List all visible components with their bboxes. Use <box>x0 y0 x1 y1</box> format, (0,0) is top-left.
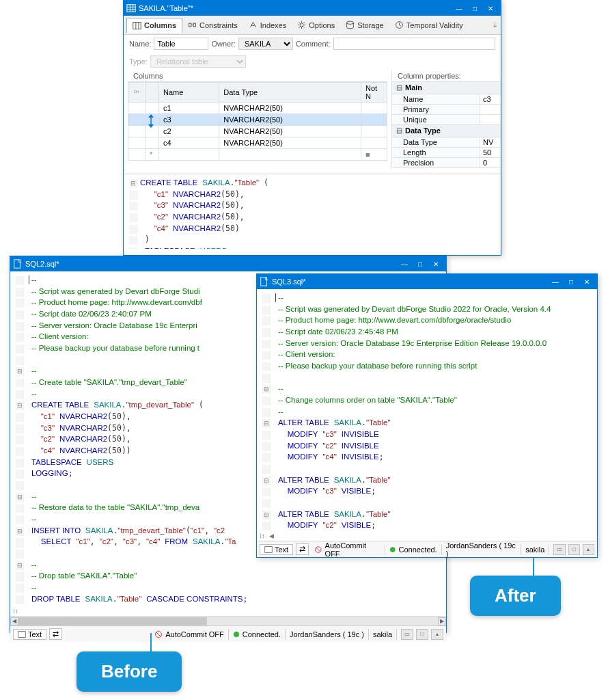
splitter-icon[interactable]: ⁞↕ <box>13 608 18 615</box>
svg-point-31 <box>234 632 239 637</box>
connected-icon <box>233 631 240 638</box>
sql3-editor[interactable]: |-- -- Script was generated by Devart db… <box>257 289 597 531</box>
db-label: sakila <box>525 546 544 554</box>
close-button[interactable]: ✕ <box>579 275 594 288</box>
text-icon <box>264 546 273 554</box>
maximize-button[interactable]: □ <box>413 258 428 270</box>
collapse-button[interactable]: ▴ <box>583 544 594 555</box>
collapse-button[interactable]: ▴ <box>431 629 443 640</box>
columns-section-header: Columns <box>128 70 387 82</box>
svg-rect-33 <box>265 546 273 552</box>
pane-button[interactable]: ▭ <box>553 544 565 555</box>
window-title: SAKILA."Table"* <box>139 4 452 12</box>
minimize-button[interactable]: — <box>397 258 412 270</box>
maximize-button[interactable]: □ <box>564 275 579 288</box>
key-icon <box>133 88 141 95</box>
storage-icon <box>346 21 355 29</box>
columns-grid[interactable]: NameData TypeNot N c1NVARCHAR2(50) c3NVA… <box>128 82 387 161</box>
form-row-2: Type: Relational table <box>124 53 501 70</box>
tab-options[interactable]: Options <box>292 18 340 32</box>
svg-point-21 <box>347 21 354 24</box>
autocommit-icon <box>154 630 163 638</box>
swap-button[interactable]: ⇄ <box>296 543 309 555</box>
svg-rect-28 <box>18 631 26 637</box>
svg-rect-8 <box>189 23 191 27</box>
name-input[interactable] <box>154 38 208 50</box>
grid-header-notnull[interactable]: Not N <box>361 83 387 103</box>
splitter-icon[interactable]: ⁞↕ <box>260 533 265 539</box>
drag-arrow-icon[interactable] <box>147 113 155 129</box>
connected-label: Connected. <box>243 630 281 638</box>
pane-button[interactable]: □ <box>568 544 580 555</box>
minimize-button[interactable]: — <box>548 275 563 288</box>
pane-button[interactable]: □ <box>416 629 428 640</box>
main-hdr: ⊟Main <box>392 82 501 94</box>
connected-icon <box>389 546 396 553</box>
gear-icon <box>297 21 306 29</box>
clock-icon <box>395 21 404 29</box>
user-label: JordanSanders ( 19c ) <box>290 630 364 638</box>
autocommit-label: AutoCommit OFF <box>165 630 224 638</box>
table-row: c3NVARCHAR2(50) <box>128 114 387 126</box>
form-row-1: Name: Owner: SAKILA Comment: <box>124 35 501 53</box>
owner-select[interactable]: SAKILA <box>238 38 293 50</box>
indexes-icon <box>249 21 258 29</box>
table-row: c4NVARCHAR2(50) <box>128 137 387 149</box>
before-chip: Before <box>77 651 182 692</box>
window-title: SQL3.sql* <box>272 278 548 286</box>
svg-point-23 <box>134 90 137 93</box>
tab-storage[interactable]: Storage <box>340 18 389 32</box>
svg-line-17 <box>299 22 301 23</box>
dt-hdr: ⊟Data Type <box>392 125 501 137</box>
pane-button[interactable]: ▭ <box>401 629 413 640</box>
user-label: JordanSanders ( 19c ) <box>446 541 517 558</box>
table-row: c2NVARCHAR2(50) <box>128 126 387 137</box>
autocommit-label: AutoCommit OFF <box>325 541 381 558</box>
window-table-designer[interactable]: SAKILA."Table"* — □ ✕ Columns Constraint… <box>123 0 501 256</box>
table-row: *■ <box>128 149 387 161</box>
svg-line-19 <box>299 27 301 28</box>
type-select[interactable]: Relational table <box>150 55 246 68</box>
close-button[interactable]: ✕ <box>483 2 498 14</box>
overflow-icon[interactable]: ⇣ <box>492 21 498 29</box>
maximize-button[interactable]: □ <box>467 2 482 14</box>
hscroll[interactable]: ◀▶ <box>10 616 446 625</box>
tab-indexes[interactable]: Indexes <box>243 18 292 32</box>
minimize-button[interactable]: — <box>452 2 467 14</box>
owner-label: Owner: <box>211 40 235 48</box>
tab-bar: Columns Constraints Indexes Options Stor… <box>124 16 501 35</box>
key-col-header <box>128 83 146 103</box>
db-label: sakila <box>373 630 392 638</box>
tab-temporal[interactable]: Temporal Validity <box>389 18 469 32</box>
grid-header-type[interactable]: Data Type <box>219 83 361 103</box>
sql-file-icon <box>260 277 269 286</box>
text-mode-button[interactable]: Text <box>260 544 293 555</box>
close-button[interactable]: ✕ <box>428 258 443 270</box>
connected-label: Connected. <box>398 546 437 554</box>
grid-header-name[interactable]: Name <box>159 83 219 103</box>
titlebar[interactable]: SAKILA."Table"* — □ ✕ <box>124 1 501 16</box>
svg-point-12 <box>300 23 303 27</box>
statusbar: Text ⇄ AutoCommit OFF Connected. JordanS… <box>257 541 597 557</box>
svg-rect-0 <box>127 5 135 12</box>
window-sql3[interactable]: SQL3.sql* —□✕ |-- -- Script was generate… <box>256 273 598 558</box>
type-label: Type: <box>129 57 148 66</box>
svg-point-36 <box>390 547 396 552</box>
comment-input[interactable] <box>333 38 495 50</box>
svg-line-35 <box>316 548 320 552</box>
table-row: c1NVARCHAR2(50) <box>128 103 387 114</box>
svg-line-18 <box>303 27 305 28</box>
titlebar[interactable]: SQL3.sql* —□✕ <box>257 274 597 289</box>
constraints-icon <box>188 21 197 29</box>
titlebar[interactable]: SQL2.sql* —□✕ <box>10 256 446 271</box>
swap-button[interactable]: ⇄ <box>49 628 62 640</box>
ddl-preview[interactable]: ⊟CREATE TABLE SAKILA."Table" ( "c1" NVAR… <box>124 174 501 249</box>
comment-label: Comment: <box>296 40 331 48</box>
svg-line-20 <box>303 22 305 23</box>
tab-constraints[interactable]: Constraints <box>182 18 243 32</box>
sql-file-icon <box>13 259 23 269</box>
text-mode-button[interactable]: Text <box>13 629 46 640</box>
svg-line-30 <box>156 632 161 636</box>
tab-columns[interactable]: Columns <box>126 18 182 33</box>
after-chip: After <box>470 576 561 616</box>
